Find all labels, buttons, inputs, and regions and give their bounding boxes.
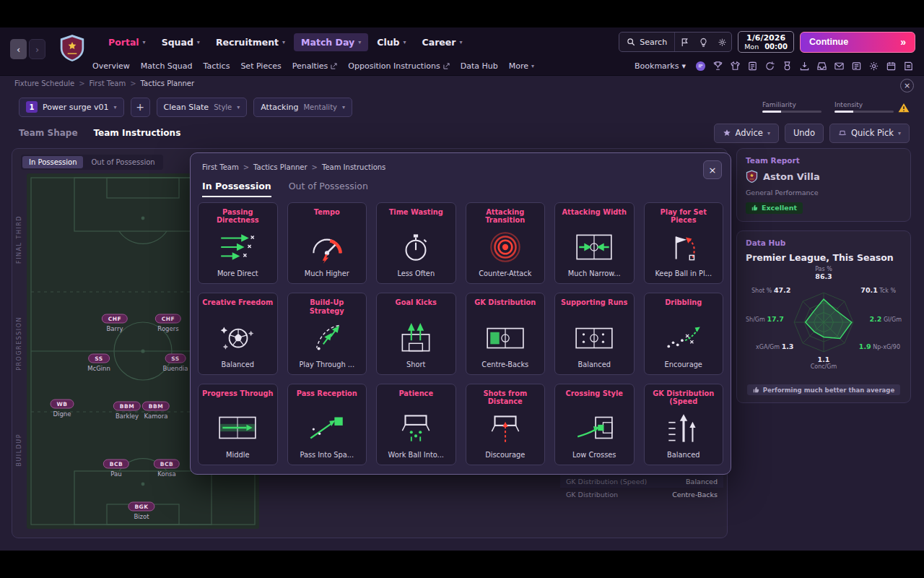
modal-breadcrumb-item[interactable]: Tactics Planner (253, 163, 308, 171)
subnav-item-opposition-instructions[interactable]: Opposition Instructions (348, 61, 449, 71)
summary-row[interactable]: GK Distribution Centre-Backs (560, 488, 723, 501)
undo-button[interactable]: Undo (785, 124, 824, 143)
card-value: Centre-Backs (481, 361, 528, 368)
nav-club[interactable]: Club▾ (370, 33, 413, 51)
instruction-card[interactable]: Patience Work Ball Into... (376, 384, 456, 465)
player-token[interactable]: BGK Bizot (128, 498, 154, 520)
team-report-panel[interactable]: Team Report Aston Villa General Performa… (736, 148, 911, 222)
player-token[interactable]: BCB Konsa (154, 455, 180, 478)
instruction-card[interactable]: Crossing Style Low Crosses (554, 384, 635, 465)
modal-breadcrumb-item[interactable]: Team Instructions (322, 163, 385, 171)
gear-icon[interactable] (868, 61, 879, 72)
notes-icon[interactable] (903, 61, 914, 72)
nav-recruitment[interactable]: Recruitment▾ (209, 33, 292, 51)
breadcrumb-item[interactable]: Tactics Planner (141, 79, 195, 87)
player-token[interactable]: BCB Pau (103, 455, 129, 478)
instruction-card[interactable]: GK Distribution (Speed Balanced (644, 384, 724, 465)
mentality-value: Attacking (261, 103, 298, 112)
modal-tab-out-of-possession[interactable]: Out of Possession (289, 181, 368, 197)
player-name: Barry (102, 325, 128, 332)
instruction-card[interactable]: Attacking Width Much Narrow... (554, 202, 635, 284)
instruction-card[interactable]: Shots from Distance Discourage (466, 384, 546, 465)
style-dropdown[interactable]: Clean Slate Style ▾ (157, 98, 248, 117)
instruction-card[interactable]: Passing Directness More Direct (198, 202, 278, 284)
card-title: Time Wasting (389, 208, 443, 224)
instruction-card[interactable]: Dribbling Encourage (644, 293, 724, 374)
search-button[interactable]: Search (619, 33, 675, 51)
breadcrumb-item[interactable]: First Team (90, 79, 126, 87)
breadcrumb-item[interactable]: Fixture Schedule (14, 79, 74, 87)
top-hat-icon (838, 129, 847, 137)
player-token[interactable]: BBM Kamora (142, 397, 170, 420)
chat-icon[interactable] (695, 61, 706, 72)
instruction-card[interactable]: Creative Freedom Balanced (198, 293, 278, 374)
subnav-item-data-hub[interactable]: Data Hub (461, 61, 498, 71)
back-button[interactable]: ‹ (10, 39, 27, 59)
player-token[interactable]: WB Digne (51, 395, 74, 418)
instruction-card[interactable]: Time Wasting Less Often (376, 202, 456, 284)
assistant-button[interactable] (694, 33, 712, 51)
subnav-item-overview[interactable]: Overview (92, 61, 130, 71)
instruction-card[interactable]: Build-Up Strategy Play Through ... (287, 293, 367, 374)
style-label: Style (214, 103, 232, 111)
player-token[interactable]: BBM Barkley (113, 397, 141, 420)
nav-match-day[interactable]: Match Day▾ (294, 33, 368, 51)
news-icon[interactable] (851, 61, 862, 72)
subnav-item-match-squad[interactable]: Match Squad (141, 61, 193, 71)
shirt-icon[interactable] (730, 61, 741, 72)
player-token[interactable]: SS McGinn (87, 350, 110, 372)
subnav-item-set-pieces[interactable]: Set Pieces (240, 61, 281, 71)
subnav-item-tactics[interactable]: Tactics (204, 61, 230, 71)
advice-button[interactable]: Advice ▾ (714, 124, 779, 143)
player-role-badge: BCB (154, 460, 180, 469)
subnav-item-penalties[interactable]: Penalties (292, 61, 338, 71)
refresh-icon[interactable] (764, 61, 775, 72)
subnav-label: Tactics (204, 61, 230, 71)
bookmarks-menu[interactable]: Bookmarks ▾ (635, 61, 686, 71)
nav-squad[interactable]: Squad▾ (154, 33, 207, 51)
modal-breadcrumb-item[interactable]: First Team (202, 163, 239, 171)
modal-close-button[interactable]: × (703, 160, 722, 179)
nav-portal[interactable]: Portal▾ (101, 33, 153, 51)
instruction-card[interactable]: Pass Reception Pass Into Spa... (287, 384, 367, 465)
modal-tab-in-possession[interactable]: In Possession (202, 181, 271, 197)
mentality-dropdown[interactable]: Attacking Mentality ▾ (253, 98, 352, 117)
close-page-button[interactable]: × (900, 79, 914, 92)
trophy-icon[interactable] (712, 61, 723, 72)
chevron-down-icon: ▾ (898, 130, 901, 137)
player-token[interactable]: CHF Barry (102, 310, 128, 332)
player-token[interactable]: SS Buendia (163, 350, 188, 372)
instruction-card[interactable]: Supporting Runs Balanced (554, 293, 635, 374)
medal-icon[interactable] (782, 61, 793, 72)
main-nav: Portal▾Squad▾Recruitment▾Match Day▾Club▾… (101, 33, 469, 51)
tab-in-possession[interactable]: In Possession (22, 156, 83, 168)
tactic-preset-dropdown[interactable]: 1 Power surge v01 ▾ (19, 98, 124, 117)
instruction-card[interactable]: Attacking Transition Counter-Attack (466, 202, 546, 284)
download-icon[interactable] (799, 61, 810, 72)
instruction-card[interactable]: Play for Set Pieces Keep Ball in Pl... (644, 202, 724, 284)
instruction-card[interactable]: Goal Kicks Short (376, 293, 456, 374)
tab-out-of-possession[interactable]: Out of Possession (84, 156, 161, 168)
mail-icon[interactable] (834, 61, 845, 72)
instruction-card[interactable]: GK Distribution Centre-Backs (466, 293, 546, 374)
bookmark-flag-button[interactable] (675, 33, 694, 51)
tab-team-shape[interactable]: Team Shape (19, 128, 78, 138)
instruction-card[interactable]: Progress Through Middle (198, 384, 278, 465)
forward-button[interactable]: › (29, 39, 45, 59)
calendar-icon[interactable] (886, 61, 897, 72)
settings-button[interactable] (712, 33, 731, 51)
add-tactic-button[interactable]: + (131, 98, 150, 117)
player-token[interactable]: CHF Rogers (155, 310, 181, 332)
card-title: Supporting Runs (561, 298, 627, 314)
subnav-label: More (509, 61, 528, 71)
data-hub-panel[interactable]: Data Hub Premier League, This Season Pas… (736, 230, 911, 403)
quick-pick-button[interactable]: Quick Pick ▾ (829, 124, 910, 143)
subnav-item-more[interactable]: More▾ (509, 61, 534, 71)
instruction-card[interactable]: Tempo Much Higher (287, 202, 367, 284)
continue-button[interactable]: Continue » (800, 32, 915, 53)
tab-team-instructions[interactable]: Team Instructions (94, 128, 181, 138)
nav-career[interactable]: Career▾ (415, 33, 470, 51)
clipboard-icon[interactable] (747, 61, 758, 72)
summary-row[interactable]: GK Distribution (Speed) Balanced (560, 475, 723, 488)
tray-icon[interactable] (816, 61, 827, 72)
